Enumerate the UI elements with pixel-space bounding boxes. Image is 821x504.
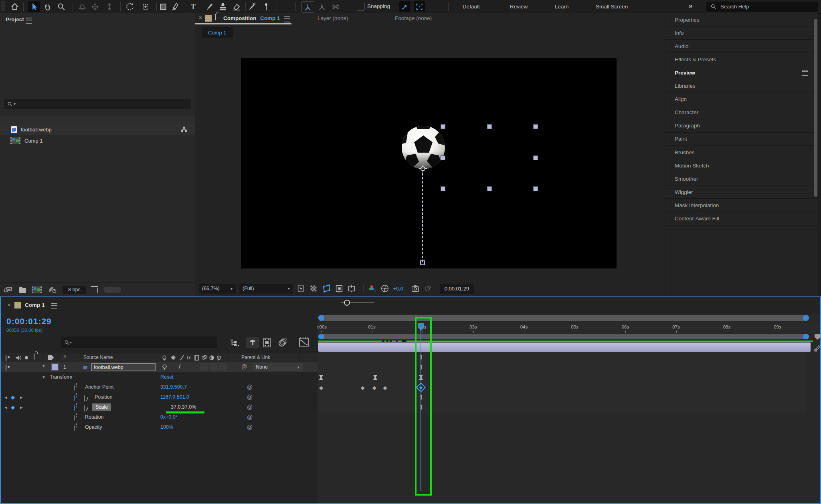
graph-overlay-icon[interactable] xyxy=(84,395,85,401)
property-pick-whip-icon[interactable]: @ xyxy=(247,404,253,410)
work-area-bar[interactable] xyxy=(317,333,820,340)
layer-expand-chevron[interactable]: ▼ xyxy=(42,364,46,368)
fast-preview-icon[interactable] xyxy=(297,284,305,293)
pen-tool[interactable] xyxy=(170,1,182,12)
property-pick-whip-icon[interactable]: @ xyxy=(247,424,253,430)
stopwatch-icon[interactable] xyxy=(74,385,75,391)
panel-tab-smoother[interactable]: Smoother xyxy=(665,172,818,185)
channel-rgb-icon[interactable] xyxy=(367,284,377,293)
snapping-checkbox[interactable] xyxy=(357,3,364,10)
project-item-row[interactable]: Comp 1 xyxy=(0,135,195,146)
property-value[interactable]: 0x+0,0° xyxy=(160,414,178,420)
panel-tab-wiggler[interactable]: Wiggler xyxy=(665,185,818,199)
property-row-rotation[interactable]: Rotation0x+0,0°@ xyxy=(1,413,317,423)
orbit-camera-tool[interactable] xyxy=(76,1,88,12)
help-search-input[interactable] xyxy=(720,3,801,10)
dolly-camera-tool[interactable] xyxy=(103,1,115,12)
parent-dropdown[interactable]: None ▾ xyxy=(253,363,303,371)
project-search-box[interactable]: ▾ xyxy=(4,99,191,109)
eraser-tool[interactable] xyxy=(231,1,243,12)
comp-selector-tab[interactable]: Comp 1 xyxy=(202,27,233,38)
property-row-anchor-point[interactable]: Anchor Point331,9,590,7@ xyxy=(1,383,317,393)
anchor-point-icon[interactable] xyxy=(419,165,427,173)
magnification-dropdown[interactable]: (66,7%)▾ xyxy=(199,284,236,294)
frame-blending-icon[interactable] xyxy=(262,337,272,348)
rectangle-tool[interactable] xyxy=(157,1,169,12)
navigator-end-handle[interactable] xyxy=(803,315,809,321)
property-row-scale[interactable]: ◀◆▶Scale37,0,37,0%@ xyxy=(1,403,317,413)
layer-row[interactable]: ▼ 1 football.webp / @ None ▾ xyxy=(1,362,317,373)
project-bpc-button[interactable]: 8 bpc xyxy=(63,286,86,294)
exposure-icon[interactable] xyxy=(380,284,389,293)
new-composition-icon[interactable] xyxy=(32,286,42,293)
region-of-interest-icon[interactable] xyxy=(335,284,344,293)
keyframe-toggle-diamond[interactable]: ◆ xyxy=(11,394,15,400)
layer-name-field[interactable]: football.webp xyxy=(91,363,156,371)
graph-overlay-icon[interactable] xyxy=(84,405,85,411)
mask-visibility-icon[interactable] xyxy=(322,284,331,293)
workspace-overflow-button[interactable]: » xyxy=(689,2,692,10)
parent-pick-whip-icon[interactable]: @ xyxy=(241,363,247,370)
property-name[interactable]: Position xyxy=(95,394,112,400)
brush-tool[interactable] xyxy=(204,1,216,12)
selection-handle[interactable] xyxy=(533,155,538,160)
panel-tab-effects-presets[interactable]: Effects & Presets xyxy=(665,53,818,66)
transform-reset-link[interactable]: Reset xyxy=(160,374,174,380)
project-item-row[interactable]: football.webp xyxy=(0,124,195,135)
panel-tab-libraries[interactable]: Libraries xyxy=(665,80,818,93)
current-timecode[interactable]: 0:00:01:29 xyxy=(6,317,52,326)
pan-camera-tool[interactable] xyxy=(89,1,101,12)
timeline-menu-icon[interactable] xyxy=(51,303,57,309)
property-name[interactable]: Opacity xyxy=(85,424,102,430)
new-folder-icon[interactable] xyxy=(19,288,26,293)
exposure-value[interactable]: +0,0 xyxy=(393,286,403,292)
view-axis-mode-button[interactable] xyxy=(330,1,342,12)
next-keyframe-button[interactable]: ▶ xyxy=(20,395,23,399)
selection-handle[interactable] xyxy=(441,155,445,160)
keyframe-diamond-icon[interactable]: ◆ xyxy=(383,385,387,391)
time-navigator-bar[interactable] xyxy=(317,314,820,322)
property-name[interactable]: Scale xyxy=(92,403,111,411)
keyframe-toggle-diamond[interactable]: ◆ xyxy=(11,404,15,410)
puppet-pin-tool[interactable] xyxy=(260,1,272,12)
panel-tab-align[interactable]: Align xyxy=(665,93,818,106)
property-pick-whip-icon[interactable]: @ xyxy=(247,394,253,400)
panel-tab-content-aware-fill[interactable]: Content-Aware Fill xyxy=(665,212,818,226)
transform-group-label[interactable]: Transform xyxy=(50,374,73,380)
sidebar-scrollbar[interactable] xyxy=(814,19,817,197)
composition-tab-label[interactable]: Composition xyxy=(223,15,257,21)
motion-path-end-keyframe[interactable] xyxy=(420,260,425,265)
hold-keyframe-icon[interactable] xyxy=(373,375,378,380)
show-snapshot-icon[interactable] xyxy=(423,284,432,293)
panel-menu-icon[interactable] xyxy=(802,70,808,76)
source-name-column-label[interactable]: Source Name xyxy=(83,355,113,360)
selection-handle[interactable] xyxy=(441,124,445,129)
workspace-tab-default[interactable]: Default xyxy=(457,0,485,13)
stopwatch-icon[interactable] xyxy=(74,425,75,431)
composition-mini-flowchart-icon[interactable] xyxy=(229,338,240,347)
panel-tab-info[interactable]: Info xyxy=(665,26,818,40)
index-column-label[interactable]: # xyxy=(63,355,66,360)
lock-icon[interactable] xyxy=(215,14,216,20)
keyframe-diamond-icon[interactable]: ◆ xyxy=(361,385,365,391)
selection-handle[interactable] xyxy=(487,124,492,129)
project-name-column-header[interactable] xyxy=(0,115,195,124)
panel-tab-audio[interactable]: Audio xyxy=(665,40,818,53)
panel-tab-character[interactable]: Character xyxy=(665,106,818,119)
property-value[interactable]: 100% xyxy=(160,424,173,430)
previous-keyframe-button[interactable]: ◀ xyxy=(4,395,7,399)
viewer-timecode[interactable]: 0:00:01:29 xyxy=(440,284,474,294)
close-tab-icon[interactable]: × xyxy=(7,302,10,308)
zoom-tool[interactable] xyxy=(55,1,67,12)
graph-editor-icon[interactable] xyxy=(298,337,309,348)
project-flowchart-icon[interactable] xyxy=(4,286,14,293)
timeline-zoom-slider[interactable] xyxy=(341,302,374,303)
hand-tool[interactable] xyxy=(42,1,54,12)
layer-viewer-tab[interactable]: Layer (none) xyxy=(317,15,348,21)
toolbar-grip[interactable] xyxy=(1,2,5,12)
composition-canvas[interactable] xyxy=(241,58,617,268)
workspace-tab-review[interactable]: Review xyxy=(504,0,533,13)
layer-quality-switch[interactable]: / xyxy=(179,363,180,370)
stopwatch-icon[interactable] xyxy=(74,415,75,421)
comp-marker-quill-icon[interactable] xyxy=(813,345,821,353)
